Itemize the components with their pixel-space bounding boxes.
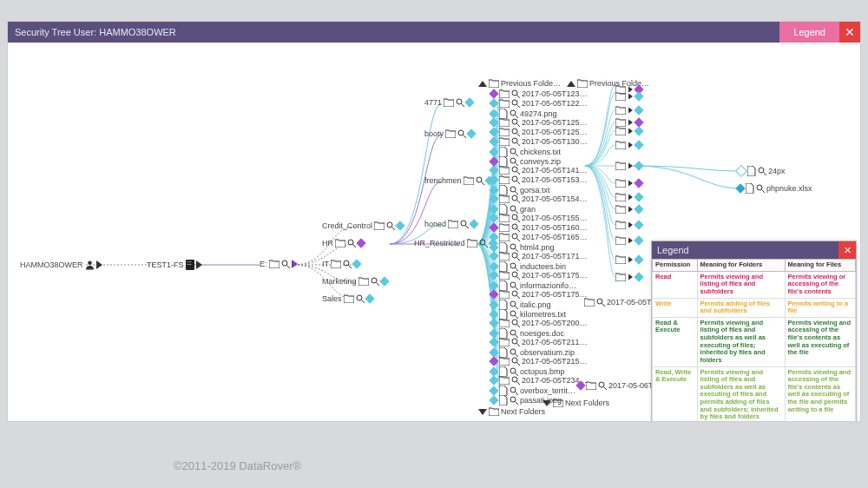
- search-icon[interactable]: [510, 310, 518, 319]
- search-icon[interactable]: [758, 167, 766, 175]
- search-icon[interactable]: [756, 184, 765, 193]
- file-node[interactable]: 24px: [737, 166, 786, 176]
- expand-icon[interactable]: [628, 120, 633, 126]
- file-node[interactable]: 2017-05-05T130…: [490, 137, 588, 146]
- search-icon[interactable]: [510, 205, 518, 214]
- next-folders[interactable]: Next Folders: [478, 407, 545, 416]
- search-icon[interactable]: [510, 348, 518, 357]
- search-icon[interactable]: [511, 319, 520, 327]
- server-node[interactable]: TEST1-FS: [147, 260, 202, 270]
- expand-icon[interactable]: [628, 108, 633, 114]
- branch-marker[interactable]: [615, 236, 642, 245]
- search-icon[interactable]: [371, 277, 379, 286]
- search-icon[interactable]: [596, 298, 605, 307]
- search-icon[interactable]: [511, 214, 520, 222]
- expand-icon[interactable]: [628, 238, 633, 244]
- search-icon[interactable]: [511, 290, 520, 299]
- search-icon[interactable]: [511, 118, 520, 127]
- file-node[interactable]: 2017-05-05T125…: [490, 118, 588, 127]
- search-icon[interactable]: [510, 157, 518, 166]
- search-icon[interactable]: [343, 260, 352, 268]
- folder-node[interactable]: honed: [424, 220, 477, 228]
- file-node[interactable]: 2017-05-05T211…: [490, 338, 588, 346]
- prev-folders[interactable]: Previous Folde…: [478, 79, 561, 88]
- file-node[interactable]: 2017-05-05T215…: [490, 357, 588, 366]
- tree-canvas[interactable]: HAMMO38OWER TEST1-FS E: Credit_Control H…: [8, 43, 860, 421]
- expand-icon[interactable]: [292, 260, 298, 268]
- expand-icon[interactable]: [628, 195, 633, 201]
- file-node[interactable]: 2017-05-05T200…: [490, 319, 588, 327]
- search-icon[interactable]: [510, 367, 518, 376]
- search-icon[interactable]: [510, 281, 518, 290]
- branch-marker[interactable]: [615, 92, 642, 101]
- file-node[interactable]: 2017-05-05T234…: [490, 376, 588, 385]
- file-node[interactable]: 2017-05-05T175…: [490, 290, 588, 299]
- legend-close-button[interactable]: ✕: [838, 241, 856, 259]
- folder-node[interactable]: Sales: [322, 294, 373, 303]
- folder-node[interactable]: 4771: [424, 98, 473, 107]
- expand-icon[interactable]: [196, 260, 202, 269]
- folder-node[interactable]: HR_Restricted: [414, 239, 496, 247]
- search-icon[interactable]: [511, 252, 520, 260]
- branch-marker[interactable]: [615, 127, 642, 135]
- close-button[interactable]: ✕: [839, 22, 860, 43]
- search-icon[interactable]: [281, 260, 290, 268]
- expand-icon[interactable]: [628, 142, 633, 148]
- expand-icon[interactable]: [628, 222, 633, 228]
- file-node[interactable]: 2017-05-05T175…: [490, 271, 588, 280]
- branch-marker[interactable]: [615, 162, 642, 170]
- search-icon[interactable]: [511, 137, 520, 146]
- file-node[interactable]: 2017-05-05T122…: [490, 99, 588, 108]
- search-icon[interactable]: [510, 329, 518, 338]
- search-icon[interactable]: [510, 300, 518, 309]
- expand-icon[interactable]: [628, 207, 633, 213]
- file-node[interactable]: 2017-05-05T141…: [490, 166, 588, 175]
- expand-icon[interactable]: [628, 181, 633, 187]
- search-icon[interactable]: [510, 186, 518, 195]
- search-icon[interactable]: [510, 396, 518, 405]
- expand-icon[interactable]: [628, 94, 633, 100]
- search-icon[interactable]: [510, 262, 518, 271]
- search-icon[interactable]: [511, 89, 520, 98]
- folder-node[interactable]: HR: [322, 239, 365, 247]
- expand-icon[interactable]: [628, 257, 633, 263]
- search-icon[interactable]: [510, 109, 518, 118]
- folder-node[interactable]: Marketing: [322, 277, 388, 286]
- search-icon[interactable]: [511, 223, 520, 232]
- folder-node[interactable]: Credit_Control: [322, 221, 404, 230]
- folder-node[interactable]: frenchmen: [424, 176, 493, 185]
- legend-button[interactable]: Legend: [779, 22, 839, 43]
- file-node[interactable]: phpnuke.xlsx: [737, 183, 812, 194]
- branch-marker[interactable]: [615, 273, 642, 281]
- user-node[interactable]: HAMMO38OWER: [20, 260, 102, 270]
- search-icon[interactable]: [479, 239, 488, 247]
- branch-marker[interactable]: [615, 205, 642, 214]
- search-icon[interactable]: [511, 128, 520, 136]
- search-icon[interactable]: [476, 176, 484, 185]
- search-icon[interactable]: [511, 338, 520, 346]
- branch-marker[interactable]: [615, 221, 642, 229]
- search-icon[interactable]: [511, 376, 520, 385]
- search-icon[interactable]: [511, 233, 520, 241]
- search-icon[interactable]: [511, 99, 520, 108]
- branch-marker[interactable]: [615, 193, 642, 201]
- folder-node[interactable]: IT: [322, 260, 360, 268]
- search-icon[interactable]: [511, 271, 520, 280]
- expand-icon[interactable]: [628, 274, 633, 280]
- folder-node[interactable]: booty: [424, 129, 475, 138]
- drive-node[interactable]: E:: [260, 260, 298, 268]
- search-icon[interactable]: [347, 239, 356, 247]
- search-icon[interactable]: [510, 148, 518, 156]
- file-node[interactable]: 2017-05-05T165…: [490, 233, 588, 241]
- branch-marker[interactable]: [615, 179, 642, 188]
- file-node[interactable]: 2017-05-05T155…: [490, 214, 588, 222]
- file-node[interactable]: 2017-05-05T153…: [490, 175, 588, 184]
- search-icon[interactable]: [386, 221, 395, 230]
- search-icon[interactable]: [457, 129, 466, 138]
- file-node[interactable]: 2017-05-05T160…: [490, 223, 588, 232]
- expand-icon[interactable]: [96, 260, 102, 269]
- search-icon[interactable]: [456, 98, 464, 107]
- branch-marker[interactable]: [615, 255, 642, 264]
- file-node[interactable]: 2017-05-05T154…: [490, 195, 588, 203]
- search-icon[interactable]: [356, 294, 365, 303]
